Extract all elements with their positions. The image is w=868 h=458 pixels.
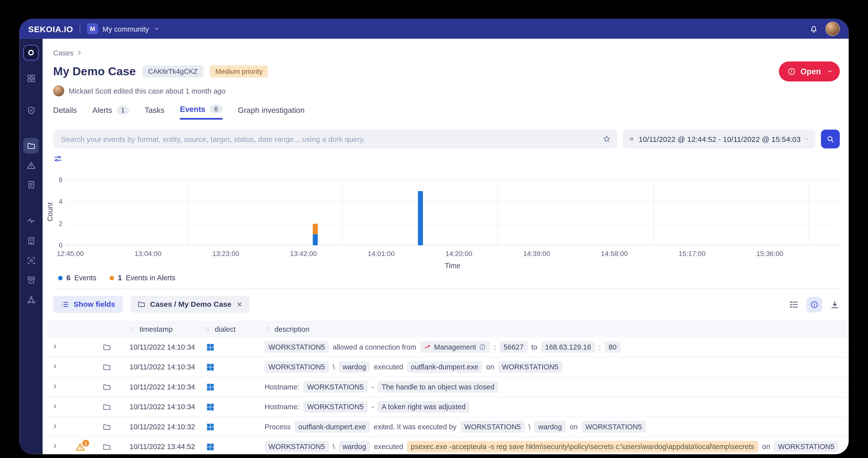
value-chip[interactable]: A token right was adjusted (378, 401, 469, 413)
sidebar-item-inventory[interactable] (24, 273, 38, 287)
table-row[interactable]: 10/11/2022 14:10:34WORKSTATION5allowed a… (47, 337, 849, 357)
sidebar-item-intelligence[interactable] (24, 213, 38, 228)
legend-events-in-alerts[interactable]: 1Events in Alerts (110, 274, 176, 282)
column-header-timestamp[interactable]: timestamp (122, 325, 196, 333)
editor-avatar (53, 85, 64, 96)
value-chip[interactable]: WORKSTATION5 (498, 361, 562, 373)
table-row[interactable]: 10/11/2022 14:10:32Processoutflank-dumpe… (47, 417, 849, 437)
sekoia-logo[interactable] (23, 45, 39, 60)
sidebar-item-community[interactable] (24, 233, 38, 248)
case-filter-chip[interactable]: Cases / My Demo Case (131, 296, 250, 313)
tab-graph-investigation[interactable]: Graph investigation (238, 105, 305, 120)
column-header-description[interactable]: description (255, 325, 849, 333)
tab-details[interactable]: Details (53, 105, 77, 120)
sidebar-item-graph[interactable] (24, 292, 38, 307)
value-chip[interactable]: wardog (339, 441, 370, 453)
info-toggle-button[interactable] (807, 296, 822, 312)
user-avatar[interactable] (826, 22, 840, 36)
tab-events[interactable]: Events6 (180, 105, 222, 120)
drag-handle-icon[interactable] (130, 325, 136, 333)
scan-icon (26, 256, 36, 265)
folder-icon (102, 402, 111, 411)
expand-row-icon[interactable] (52, 364, 58, 370)
show-fields-button[interactable]: Show fields (53, 296, 123, 313)
folder-icon (102, 343, 111, 351)
description-text: allowed a connection from (333, 343, 416, 351)
chart-bar-events[interactable] (418, 191, 423, 245)
value-chip[interactable]: wardog (534, 421, 566, 432)
sidebar-item-hunting[interactable] (24, 253, 38, 267)
alert-indicator[interactable]: 1 (75, 442, 85, 452)
legend-events[interactable]: 6Events (58, 274, 96, 282)
value-chip[interactable]: WORKSTATION5 (303, 401, 368, 413)
expand-row-icon[interactable] (52, 383, 58, 390)
select-columns-icon[interactable] (789, 299, 799, 309)
highlighted-command-chip[interactable]: psexec.exe -accepteula -s reg save hklm\… (407, 441, 758, 453)
date-range-picker[interactable]: 10/11/2022 @ 12:44:52 - 10/11/2022 @ 15:… (623, 130, 815, 148)
legend-count: 6 (66, 274, 70, 282)
management-chip[interactable]: Management (420, 341, 490, 353)
value-chip[interactable]: The handle to an object was closed (378, 381, 498, 393)
column-label: description (275, 325, 310, 333)
table-row[interactable]: 110/11/2022 13:44:52WORKSTATION5\wardoge… (47, 437, 849, 454)
value-chip[interactable]: WORKSTATION5 (265, 361, 329, 373)
sidebar-item-cases[interactable] (23, 138, 39, 153)
community-switcher[interactable]: M My community (87, 23, 160, 34)
column-header-dialect[interactable]: dialect (196, 325, 255, 333)
value-chip[interactable]: WORKSTATION5 (774, 441, 838, 453)
value-chip[interactable]: 168.63.129.16 (541, 341, 595, 353)
table-row[interactable]: 10/11/2022 14:10:34WORKSTATION5\wardogex… (47, 357, 849, 377)
tab-label: Alerts (92, 106, 112, 114)
value-chip[interactable]: 80 (605, 341, 621, 353)
value-chip[interactable]: wardog (339, 361, 370, 373)
expand-row-icon[interactable] (52, 443, 58, 449)
download-icon[interactable] (830, 299, 840, 309)
topbar-divider (80, 24, 80, 33)
x-tick-label: 13:04:00 (134, 250, 162, 257)
value-chip[interactable]: 56627 (500, 341, 527, 353)
value-chip[interactable]: WORKSTATION5 (582, 421, 646, 432)
expand-row-icon[interactable] (52, 423, 58, 429)
sidebar-item-alerts[interactable] (24, 158, 38, 172)
star-icon[interactable] (602, 135, 611, 144)
tab-badge: 1 (117, 106, 129, 114)
value-chip[interactable]: WORKSTATION5 (265, 341, 329, 353)
x-axis-ticks: 12:45:0013:04:0013:23:0013:42:0014:01:00… (66, 250, 839, 258)
table-row[interactable]: 10/11/2022 14:10:34Hostname:WORKSTATION5… (47, 377, 849, 397)
expand-row-icon[interactable] (52, 343, 58, 349)
drag-handle-icon[interactable] (205, 325, 211, 333)
byline-text: Mickael Scott edited this case about 1 m… (68, 87, 225, 95)
breadcrumb: Cases (53, 49, 840, 57)
chevron-down-icon (827, 68, 833, 75)
breadcrumb-cases-link[interactable]: Cases (53, 49, 73, 57)
sidebar-item-shield[interactable] (24, 103, 38, 117)
value-chip[interactable]: WORKSTATION5 (303, 381, 368, 393)
chart-bar-events[interactable] (313, 234, 318, 245)
drag-handle-icon[interactable] (265, 325, 271, 333)
close-icon[interactable] (236, 301, 243, 308)
sidebar-item-reports[interactable] (24, 177, 38, 192)
sidebar-item-dashboard[interactable] (24, 71, 38, 85)
filter-settings-icon[interactable] (53, 154, 63, 163)
priority-badge: Medium priority (210, 65, 268, 78)
bell-icon[interactable] (809, 24, 819, 34)
filter-chip-label: Cases / My Demo Case (150, 300, 231, 309)
value-chip[interactable]: outflank-dumpert.exe (294, 421, 370, 432)
windows-icon (206, 343, 215, 351)
value-chip[interactable]: WORKSTATION5 (265, 441, 329, 453)
description-text: executed (374, 363, 403, 371)
value-chip[interactable]: WORKSTATION5 (461, 421, 525, 432)
search-input[interactable] (53, 130, 617, 148)
brand-logo[interactable]: SEKOIA.IO (28, 24, 73, 33)
search-button[interactable] (821, 130, 840, 148)
case-status-button[interactable]: Open (779, 61, 840, 82)
folder-icon (102, 382, 111, 392)
tab-alerts[interactable]: Alerts1 (92, 105, 129, 120)
description-text: \ (529, 423, 530, 431)
description-cell: WORKSTATION5\wardogexecutedpsexec.exe -a… (255, 441, 849, 453)
value-chip[interactable]: outflank-dumpert.exe (407, 361, 483, 373)
chart-bar-alerts[interactable] (313, 224, 318, 234)
table-row[interactable]: 10/11/2022 14:10:34Hostname:WORKSTATION5… (47, 397, 849, 417)
tab-tasks[interactable]: Tasks (145, 105, 164, 120)
expand-row-icon[interactable] (52, 403, 58, 409)
